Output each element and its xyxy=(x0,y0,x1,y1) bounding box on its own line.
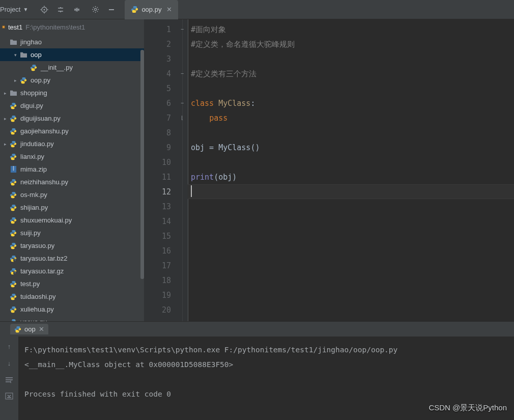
code-line[interactable]: pass xyxy=(191,111,514,126)
gutter-line-number[interactable]: 5 xyxy=(144,81,182,96)
code-line[interactable]: print(obj) xyxy=(191,170,514,185)
gutter-line-number[interactable]: 10 xyxy=(144,155,182,170)
breadcrumb-root: test1 xyxy=(8,23,22,31)
tree-item[interactable]: test.py xyxy=(0,277,144,290)
code-line[interactable] xyxy=(191,81,514,96)
svg-line-18 xyxy=(97,7,98,8)
fold-toggle-icon[interactable]: ⌊ xyxy=(179,115,185,121)
editor-tab[interactable]: oop.py ✕ xyxy=(125,0,178,19)
collapse-all-icon[interactable] xyxy=(73,6,81,14)
code-line[interactable] xyxy=(191,126,514,141)
gutter-line-number[interactable]: 20 xyxy=(144,303,182,318)
locate-icon[interactable] xyxy=(40,6,48,14)
tree-item-label: mima.zip xyxy=(20,165,47,173)
code-area[interactable]: #面向对象#定义类，命名遵循大驼峰规则 #定义类有三个方法 class MyCl… xyxy=(188,19,514,321)
tree-item[interactable]: ▸diguijisuan.py xyxy=(0,112,144,125)
tree-item[interactable]: ?taryasuo.tar.gz xyxy=(0,265,144,277)
gutter-line-number[interactable]: 2 xyxy=(144,37,182,52)
tree-item[interactable]: ▸shopping xyxy=(0,87,144,99)
svg-line-15 xyxy=(93,7,94,8)
tree-item[interactable]: neizhihanshu.py xyxy=(0,176,144,188)
chevron-right-icon[interactable]: ▸ xyxy=(1,142,9,147)
soft-wrap-icon[interactable] xyxy=(5,376,13,383)
down-arrow-icon[interactable]: ↓ xyxy=(8,359,11,367)
run-tab[interactable]: oop ✕ xyxy=(10,324,48,334)
scroll-to-end-icon[interactable] xyxy=(5,393,13,400)
gutter-line-number[interactable]: 7 xyxy=(144,111,182,126)
tree-item[interactable]: ▸jindutiao.py xyxy=(0,137,144,150)
tree-item[interactable]: suiji.py xyxy=(0,227,144,239)
close-icon[interactable]: ✕ xyxy=(166,6,172,13)
tree-item[interactable]: tuidaoshi.py xyxy=(0,290,144,303)
gutter-line-number[interactable]: 3 xyxy=(144,52,182,67)
chevron-right-icon[interactable]: ▸ xyxy=(11,78,19,83)
line-gutter[interactable]: 1234567891011121314151617181920 xyxy=(144,19,183,321)
up-arrow-icon[interactable]: ↑ xyxy=(8,343,11,350)
gutter-line-number[interactable]: 8 xyxy=(144,126,182,141)
fold-column[interactable]: −−−⌊ xyxy=(183,19,188,321)
gutter-line-number[interactable]: 1 xyxy=(144,22,182,37)
gutter-line-number[interactable]: 13 xyxy=(144,200,182,214)
breadcrumb[interactable]: test1 F:\pythonitems\test1 xyxy=(0,19,144,35)
tree-item[interactable]: shuxuemokuai.py xyxy=(0,214,144,227)
code-line[interactable]: #定义类，命名遵循大驼峰规则 xyxy=(191,37,514,52)
gutter-line-number[interactable]: 6 xyxy=(144,96,182,111)
code-line[interactable] xyxy=(191,52,514,67)
chevron-right-icon[interactable]: ▸ xyxy=(1,116,9,121)
tree-item-label: taryasuo.tar.bz2 xyxy=(20,255,68,262)
code-editor[interactable]: 1234567891011121314151617181920 −−−⌊ #面向… xyxy=(144,19,514,321)
scrollbar-thumb[interactable] xyxy=(140,50,144,279)
expand-all-icon[interactable] xyxy=(56,6,65,14)
gear-icon[interactable] xyxy=(91,6,99,14)
tree-item[interactable]: jinghao xyxy=(0,36,144,48)
tree-item-label: xuliehua.py xyxy=(20,305,54,313)
close-icon[interactable]: ✕ xyxy=(39,325,44,333)
tree-item[interactable]: ▸oop.py xyxy=(0,74,144,87)
tree-item[interactable]: digui.py xyxy=(0,99,144,112)
chevron-down-icon[interactable]: ▾ xyxy=(11,52,19,58)
gutter-line-number[interactable]: 14 xyxy=(144,214,182,229)
gutter-line-number[interactable]: 19 xyxy=(144,288,182,303)
tree-item[interactable]: lianxi.py xyxy=(0,150,144,163)
fold-toggle-icon[interactable]: − xyxy=(179,100,185,106)
gutter-line-number[interactable]: 11 xyxy=(144,170,182,185)
code-line[interactable]: class MyClass: xyxy=(191,96,514,111)
project-dot-icon xyxy=(2,25,5,29)
editor-tab-label: oop.py xyxy=(141,6,161,13)
tree-item[interactable]: gaojiehanshu.py xyxy=(0,125,144,137)
gutter-line-number[interactable]: 16 xyxy=(144,244,182,259)
toolbar-icon-group xyxy=(31,6,125,14)
gutter-line-number[interactable]: 9 xyxy=(144,141,182,155)
minimize-icon[interactable] xyxy=(107,6,116,14)
tree-item[interactable]: shijian.py xyxy=(0,201,144,214)
tree-item[interactable]: __init__.py xyxy=(0,61,144,74)
svg-rect-21 xyxy=(13,166,14,171)
tree-item[interactable]: ?taryasuo.tar.bz2 xyxy=(0,252,144,265)
gutter-line-number[interactable]: 15 xyxy=(144,229,182,244)
code-line[interactable]: obj = MyClass() xyxy=(191,141,514,155)
tree-item[interactable]: ▾oop xyxy=(0,48,144,61)
tree-item[interactable]: yasuo.py xyxy=(0,316,144,321)
code-line[interactable]: #面向对象 xyxy=(191,22,514,37)
project-tree[interactable]: jinghao▾oop__init__.py▸oop.py▸shoppingdi… xyxy=(0,35,144,321)
gutter-line-number[interactable]: 17 xyxy=(144,259,182,273)
gutter-line-number[interactable]: 4 xyxy=(144,67,182,81)
tree-item[interactable]: os-mk.py xyxy=(0,188,144,201)
text-caret xyxy=(191,185,192,197)
py-icon xyxy=(9,178,17,186)
tree-item[interactable]: xuliehua.py xyxy=(0,303,144,316)
tree-item[interactable]: mima.zip xyxy=(0,163,144,176)
code-line[interactable]: #定义类有三个方法 xyxy=(191,67,514,81)
gutter-line-number[interactable]: 18 xyxy=(144,273,182,288)
arc-icon: ? xyxy=(9,267,17,275)
project-dropdown[interactable]: Project ▼ xyxy=(0,6,31,13)
code-line[interactable] xyxy=(191,155,514,170)
fold-toggle-icon[interactable]: − xyxy=(179,71,185,76)
chevron-right-icon[interactable]: ▸ xyxy=(1,91,9,96)
tree-item[interactable]: taryasuo.py xyxy=(0,239,144,252)
gutter-line-number[interactable]: 12 xyxy=(144,185,182,200)
code-line[interactable] xyxy=(191,200,514,214)
tree-item-label: neizhihanshu.py xyxy=(20,178,68,186)
top-toolbar: Project ▼ oop.py ✕ xyxy=(0,0,514,19)
fold-toggle-icon[interactable]: − xyxy=(179,26,185,32)
